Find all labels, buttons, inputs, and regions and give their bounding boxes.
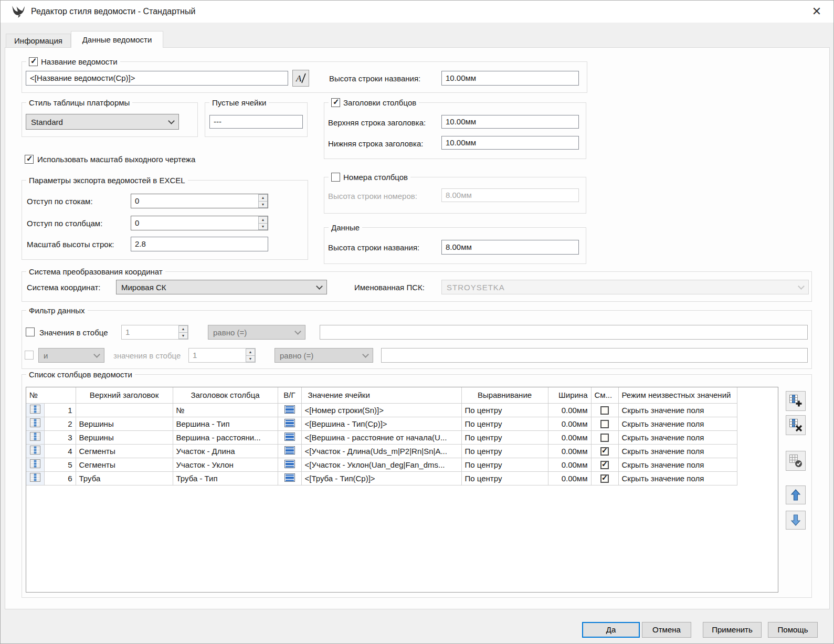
group-empty-cells: Пустые ячейки [205, 102, 308, 137]
column-headers-legend: Заголовки столбцов [343, 98, 416, 107]
help-button[interactable]: Помощь [768, 622, 818, 638]
tab-information[interactable]: Информация [6, 34, 71, 48]
group-columns-list: Список столбцов ведомости [22, 374, 812, 598]
apply-button[interactable]: Применить [703, 622, 762, 638]
group-data-filter: Фильтр данных [22, 310, 812, 369]
schedule-style-editor-dialog: Редактор стиля ведомости - Стандартный ✕… [0, 0, 834, 644]
close-button[interactable]: ✕ [804, 1, 829, 23]
excel-export-legend: Параметры экспорта ведомостей в EXCEL [29, 176, 185, 185]
group-coordinate-system: Система преобразования координат [22, 271, 812, 302]
close-icon: ✕ [812, 5, 821, 18]
cancel-button[interactable]: Отмена [642, 622, 691, 638]
ok-button[interactable]: Да [582, 622, 640, 638]
column-numbers-legend: Номера столбцов [343, 173, 408, 182]
app-logo-icon [11, 5, 26, 18]
titlebar: Редактор стиля ведомости - Стандартный ✕ [1, 1, 833, 23]
column-headers-checkbox[interactable] [331, 98, 340, 107]
group-platform-table-style: Стиль таблицы платформы [22, 102, 198, 137]
data-legend: Данные [331, 223, 360, 232]
platform-style-legend: Стиль таблицы платформы [29, 98, 130, 107]
group-column-numbers: Номера столбцов [324, 177, 586, 214]
schedule-title-checkbox[interactable] [29, 57, 38, 66]
schedule-title-legend: Название ведомости [41, 57, 118, 66]
column-numbers-checkbox[interactable] [331, 173, 340, 182]
use-output-scale-checkbox[interactable] [25, 155, 34, 164]
group-schedule-title: Название ведомости [22, 61, 587, 93]
window-title: Редактор стиля ведомости - Стандартный [31, 1, 195, 23]
filter2-checkbox [25, 351, 34, 360]
filter1-checkbox[interactable] [26, 328, 35, 336]
group-excel-export: Параметры экспорта ведомостей в EXCEL [22, 180, 308, 260]
empty-cells-legend: Пустые ячейки [212, 98, 266, 107]
tab-schedule-data[interactable]: Данные ведомости [71, 31, 163, 48]
group-column-headers: Заголовки столбцов [324, 102, 586, 159]
data-filter-legend: Фильтр данных [29, 306, 85, 315]
coordinate-system-legend: Система преобразования координат [29, 267, 163, 276]
use-output-scale-label: Использовать масштаб выходного чертежа [37, 155, 195, 164]
use-output-scale-row: Использовать масштаб выходного чертежа [25, 155, 195, 164]
columns-list-legend: Список столбцов ведомости [29, 370, 132, 379]
group-data: Данные [324, 227, 586, 264]
